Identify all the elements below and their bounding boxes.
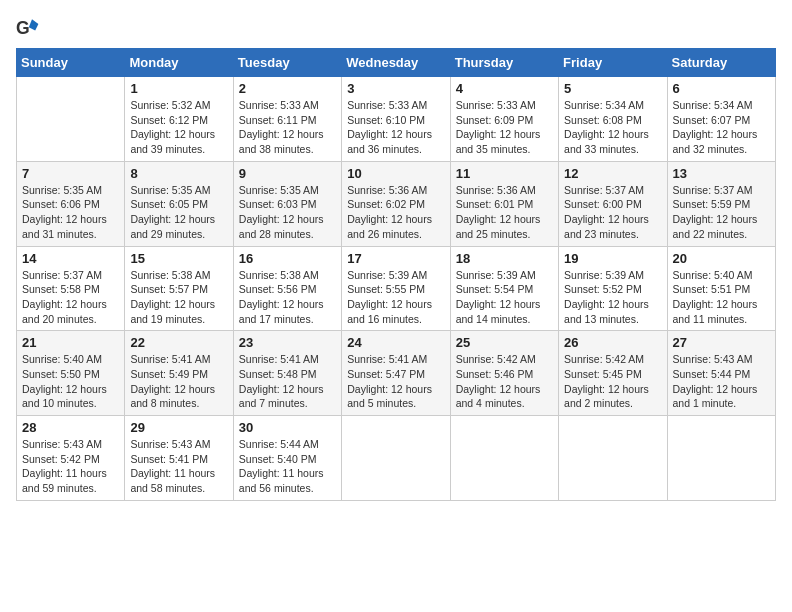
day-info: Sunrise: 5:36 AMSunset: 6:02 PMDaylight:… — [347, 183, 444, 242]
column-header-thursday: Thursday — [450, 49, 558, 77]
calendar-cell: 19Sunrise: 5:39 AMSunset: 5:52 PMDayligh… — [559, 246, 667, 331]
day-info: Sunrise: 5:33 AMSunset: 6:10 PMDaylight:… — [347, 98, 444, 157]
day-info: Sunrise: 5:42 AMSunset: 5:46 PMDaylight:… — [456, 352, 553, 411]
day-number: 24 — [347, 335, 444, 350]
calendar-cell: 13Sunrise: 5:37 AMSunset: 5:59 PMDayligh… — [667, 161, 775, 246]
day-number: 14 — [22, 251, 119, 266]
day-number: 17 — [347, 251, 444, 266]
calendar-cell: 22Sunrise: 5:41 AMSunset: 5:49 PMDayligh… — [125, 331, 233, 416]
day-info: Sunrise: 5:41 AMSunset: 5:49 PMDaylight:… — [130, 352, 227, 411]
day-info: Sunrise: 5:40 AMSunset: 5:51 PMDaylight:… — [673, 268, 770, 327]
day-number: 4 — [456, 81, 553, 96]
column-header-monday: Monday — [125, 49, 233, 77]
calendar-cell: 3Sunrise: 5:33 AMSunset: 6:10 PMDaylight… — [342, 77, 450, 162]
day-info: Sunrise: 5:41 AMSunset: 5:48 PMDaylight:… — [239, 352, 336, 411]
day-number: 23 — [239, 335, 336, 350]
day-info: Sunrise: 5:37 AMSunset: 5:59 PMDaylight:… — [673, 183, 770, 242]
calendar-cell: 7Sunrise: 5:35 AMSunset: 6:06 PMDaylight… — [17, 161, 125, 246]
calendar-cell: 26Sunrise: 5:42 AMSunset: 5:45 PMDayligh… — [559, 331, 667, 416]
calendar-cell: 29Sunrise: 5:43 AMSunset: 5:41 PMDayligh… — [125, 416, 233, 501]
day-number: 9 — [239, 166, 336, 181]
calendar-cell: 12Sunrise: 5:37 AMSunset: 6:00 PMDayligh… — [559, 161, 667, 246]
calendar-cell — [17, 77, 125, 162]
day-info: Sunrise: 5:36 AMSunset: 6:01 PMDaylight:… — [456, 183, 553, 242]
column-header-wednesday: Wednesday — [342, 49, 450, 77]
day-info: Sunrise: 5:38 AMSunset: 5:57 PMDaylight:… — [130, 268, 227, 327]
day-info: Sunrise: 5:43 AMSunset: 5:42 PMDaylight:… — [22, 437, 119, 496]
day-number: 20 — [673, 251, 770, 266]
day-info: Sunrise: 5:33 AMSunset: 6:11 PMDaylight:… — [239, 98, 336, 157]
day-info: Sunrise: 5:38 AMSunset: 5:56 PMDaylight:… — [239, 268, 336, 327]
day-info: Sunrise: 5:35 AMSunset: 6:05 PMDaylight:… — [130, 183, 227, 242]
day-number: 19 — [564, 251, 661, 266]
day-number: 11 — [456, 166, 553, 181]
calendar-cell: 16Sunrise: 5:38 AMSunset: 5:56 PMDayligh… — [233, 246, 341, 331]
page-header: G — [16, 16, 776, 40]
calendar-week-4: 21Sunrise: 5:40 AMSunset: 5:50 PMDayligh… — [17, 331, 776, 416]
calendar-week-1: 1Sunrise: 5:32 AMSunset: 6:12 PMDaylight… — [17, 77, 776, 162]
day-info: Sunrise: 5:43 AMSunset: 5:41 PMDaylight:… — [130, 437, 227, 496]
calendar-cell: 5Sunrise: 5:34 AMSunset: 6:08 PMDaylight… — [559, 77, 667, 162]
calendar-cell: 30Sunrise: 5:44 AMSunset: 5:40 PMDayligh… — [233, 416, 341, 501]
day-info: Sunrise: 5:42 AMSunset: 5:45 PMDaylight:… — [564, 352, 661, 411]
day-number: 8 — [130, 166, 227, 181]
calendar-cell: 28Sunrise: 5:43 AMSunset: 5:42 PMDayligh… — [17, 416, 125, 501]
day-number: 26 — [564, 335, 661, 350]
day-number: 18 — [456, 251, 553, 266]
day-info: Sunrise: 5:39 AMSunset: 5:54 PMDaylight:… — [456, 268, 553, 327]
day-number: 22 — [130, 335, 227, 350]
calendar-cell: 6Sunrise: 5:34 AMSunset: 6:07 PMDaylight… — [667, 77, 775, 162]
day-info: Sunrise: 5:33 AMSunset: 6:09 PMDaylight:… — [456, 98, 553, 157]
calendar-cell — [667, 416, 775, 501]
calendar-cell: 10Sunrise: 5:36 AMSunset: 6:02 PMDayligh… — [342, 161, 450, 246]
day-number: 29 — [130, 420, 227, 435]
calendar-cell: 9Sunrise: 5:35 AMSunset: 6:03 PMDaylight… — [233, 161, 341, 246]
day-info: Sunrise: 5:35 AMSunset: 6:03 PMDaylight:… — [239, 183, 336, 242]
day-number: 27 — [673, 335, 770, 350]
calendar-cell: 2Sunrise: 5:33 AMSunset: 6:11 PMDaylight… — [233, 77, 341, 162]
day-number: 13 — [673, 166, 770, 181]
column-header-sunday: Sunday — [17, 49, 125, 77]
calendar-cell — [559, 416, 667, 501]
day-info: Sunrise: 5:43 AMSunset: 5:44 PMDaylight:… — [673, 352, 770, 411]
day-number: 30 — [239, 420, 336, 435]
day-number: 6 — [673, 81, 770, 96]
day-info: Sunrise: 5:39 AMSunset: 5:55 PMDaylight:… — [347, 268, 444, 327]
day-info: Sunrise: 5:34 AMSunset: 6:08 PMDaylight:… — [564, 98, 661, 157]
day-info: Sunrise: 5:34 AMSunset: 6:07 PMDaylight:… — [673, 98, 770, 157]
day-number: 10 — [347, 166, 444, 181]
calendar-cell: 4Sunrise: 5:33 AMSunset: 6:09 PMDaylight… — [450, 77, 558, 162]
day-number: 15 — [130, 251, 227, 266]
calendar-week-3: 14Sunrise: 5:37 AMSunset: 5:58 PMDayligh… — [17, 246, 776, 331]
calendar-cell: 25Sunrise: 5:42 AMSunset: 5:46 PMDayligh… — [450, 331, 558, 416]
calendar-cell: 18Sunrise: 5:39 AMSunset: 5:54 PMDayligh… — [450, 246, 558, 331]
day-number: 28 — [22, 420, 119, 435]
logo: G — [16, 16, 42, 40]
day-number: 7 — [22, 166, 119, 181]
calendar-cell: 1Sunrise: 5:32 AMSunset: 6:12 PMDaylight… — [125, 77, 233, 162]
day-number: 16 — [239, 251, 336, 266]
calendar-cell — [450, 416, 558, 501]
day-info: Sunrise: 5:40 AMSunset: 5:50 PMDaylight:… — [22, 352, 119, 411]
day-number: 5 — [564, 81, 661, 96]
calendar-table: SundayMondayTuesdayWednesdayThursdayFrid… — [16, 48, 776, 501]
day-info: Sunrise: 5:35 AMSunset: 6:06 PMDaylight:… — [22, 183, 119, 242]
calendar-cell — [342, 416, 450, 501]
day-info: Sunrise: 5:37 AMSunset: 5:58 PMDaylight:… — [22, 268, 119, 327]
day-number: 12 — [564, 166, 661, 181]
calendar-cell: 20Sunrise: 5:40 AMSunset: 5:51 PMDayligh… — [667, 246, 775, 331]
calendar-cell: 14Sunrise: 5:37 AMSunset: 5:58 PMDayligh… — [17, 246, 125, 331]
column-header-tuesday: Tuesday — [233, 49, 341, 77]
day-number: 21 — [22, 335, 119, 350]
calendar-cell: 24Sunrise: 5:41 AMSunset: 5:47 PMDayligh… — [342, 331, 450, 416]
day-number: 2 — [239, 81, 336, 96]
calendar-cell: 23Sunrise: 5:41 AMSunset: 5:48 PMDayligh… — [233, 331, 341, 416]
svg-text:G: G — [16, 18, 30, 38]
day-number: 25 — [456, 335, 553, 350]
day-number: 1 — [130, 81, 227, 96]
calendar-week-2: 7Sunrise: 5:35 AMSunset: 6:06 PMDaylight… — [17, 161, 776, 246]
day-info: Sunrise: 5:41 AMSunset: 5:47 PMDaylight:… — [347, 352, 444, 411]
column-header-saturday: Saturday — [667, 49, 775, 77]
column-header-friday: Friday — [559, 49, 667, 77]
day-info: Sunrise: 5:32 AMSunset: 6:12 PMDaylight:… — [130, 98, 227, 157]
